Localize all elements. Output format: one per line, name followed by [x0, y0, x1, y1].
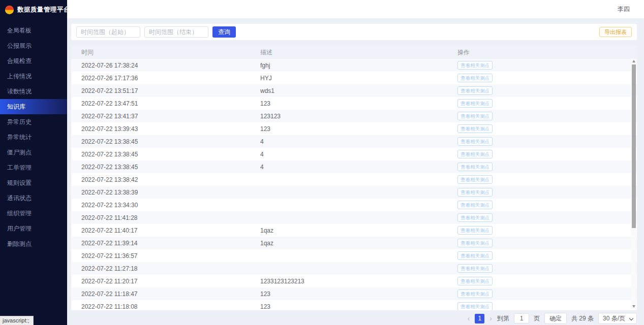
table-row: 2022-07-22 13:38:45 4 查看相关测点 — [71, 135, 637, 148]
cell-description: 123 — [260, 100, 457, 107]
view-related-points-button[interactable]: 查看相关测点 — [457, 226, 493, 235]
table-row: 2022-07-22 11:40:17 1qaz 查看相关测点 — [71, 224, 637, 237]
sidebar-menu-item[interactable]: 全局看板 — [0, 23, 67, 38]
cell-time: 2022-07-22 11:39:14 — [81, 240, 260, 247]
sidebar-menu-item[interactable]: 读数情况 — [0, 84, 67, 99]
user-name[interactable]: 李四 — [618, 5, 630, 14]
sidebar-menu-item[interactable]: 异常统计 — [0, 129, 67, 145]
page-unit-label: 页 — [534, 314, 540, 323]
sidebar-menu-item[interactable]: 组织管理 — [0, 206, 67, 221]
cell-description: HYJ — [260, 75, 457, 82]
cell-time: 2022-07-22 11:18:47 — [81, 290, 260, 298]
sidebar-menu-item-label: 删除测点 — [7, 240, 32, 247]
sidebar-menu-item[interactable]: 上传情况 — [0, 69, 67, 84]
view-related-points-button[interactable]: 查看相关测点 — [457, 86, 493, 95]
cell-time: 2022-07-22 11:41:28 — [81, 214, 260, 221]
view-related-points-button[interactable]: 查看相关测点 — [457, 289, 493, 298]
scroll-up-icon[interactable] — [631, 59, 636, 63]
cell-description: fghj — [260, 62, 457, 69]
view-related-points-button[interactable]: 查看相关测点 — [457, 239, 493, 247]
logo: 数据质量管理平台 — [0, 0, 67, 19]
view-related-points-button[interactable]: 查看相关测点 — [457, 162, 493, 171]
filter-bar: 查询 导出报表 — [71, 24, 637, 40]
main-area: 李四 查询 导出报表 时间 描述 操作 2022-07-26 17:38: — [67, 0, 644, 325]
cell-time: 2022-07-26 17:17:36 — [81, 75, 260, 82]
cell-time: 2022-07-22 13:38:39 — [81, 189, 260, 196]
table-row: 2022-07-22 11:36:57 查看相关测点 — [71, 249, 637, 262]
view-related-points-button[interactable]: 查看相关测点 — [457, 213, 493, 222]
view-related-points-button[interactable]: 查看相关测点 — [457, 74, 493, 82]
table-row: 2022-07-22 11:39:14 1qaz 查看相关测点 — [71, 237, 637, 249]
sidebar-menu-item-label: 上传情况 — [7, 73, 32, 80]
sidebar-menu-item-label: 读数情况 — [7, 88, 32, 95]
sidebar-menu-item[interactable]: 僵尸测点 — [0, 145, 67, 160]
scroll-down-icon[interactable] — [631, 304, 636, 309]
topbar: 李四 — [67, 0, 644, 18]
view-related-points-button[interactable]: 查看相关测点 — [457, 277, 493, 285]
cell-time: 2022-07-22 11:18:08 — [81, 303, 260, 310]
sidebar-menu-item-label: 异常统计 — [7, 134, 32, 141]
sidebar-menu-item-label: 组织管理 — [7, 210, 32, 217]
sidebar-menu-item-label: 全局看板 — [7, 27, 32, 34]
view-related-points-button[interactable]: 查看相关测点 — [457, 264, 493, 273]
view-related-points-button[interactable]: 查看相关测点 — [457, 175, 493, 184]
sidebar-menu-item[interactable]: 知识库 — [0, 99, 67, 114]
view-related-points-button[interactable]: 查看相关测点 — [457, 124, 493, 133]
view-related-points-button[interactable]: 查看相关测点 — [457, 61, 493, 70]
sidebar-menu-item[interactable]: 通讯状态 — [0, 190, 67, 206]
page-size-select[interactable]: 30 条/页 — [598, 313, 637, 324]
sidebar-menu-item-label: 通讯状态 — [7, 194, 32, 202]
table-row: 2022-07-22 11:18:08 123 查看相关测点 — [71, 300, 637, 310]
view-related-points-button[interactable]: 查看相关测点 — [457, 201, 493, 209]
table-row: 2022-07-22 13:47:51 123 查看相关测点 — [71, 97, 637, 110]
sidebar-menu-item[interactable]: 工单管理 — [0, 160, 67, 175]
table-row: 2022-07-26 17:17:36 HYJ 查看相关测点 — [71, 72, 637, 84]
view-related-points-button[interactable]: 查看相关测点 — [457, 137, 493, 146]
cell-description: 4 — [260, 138, 457, 145]
query-button[interactable]: 查询 — [212, 26, 236, 38]
sidebar-menu-item[interactable]: 删除测点 — [0, 236, 67, 251]
view-related-points-button[interactable]: 查看相关测点 — [457, 99, 493, 108]
cell-time: 2022-07-22 13:51:17 — [81, 87, 260, 94]
time-range-end-input[interactable] — [144, 26, 208, 38]
confirm-page-button[interactable]: 确定 — [544, 313, 567, 324]
cell-description: 123 — [260, 303, 457, 310]
cell-description: 123 — [260, 125, 457, 133]
sidebar-menu-item[interactable]: 公报展示 — [0, 38, 67, 53]
sidebar-menu-item-label: 工单管理 — [7, 164, 32, 171]
column-header-description: 描述 — [260, 48, 457, 57]
sidebar-menu-item-label: 知识库 — [7, 103, 25, 110]
prev-page-icon[interactable]: ‹ — [467, 315, 471, 322]
goto-page-input[interactable] — [514, 313, 529, 323]
sidebar-menu-item[interactable]: 用户管理 — [0, 221, 67, 236]
time-range-start-input[interactable] — [76, 26, 140, 38]
table-row: 2022-07-22 13:39:43 123 查看相关测点 — [71, 122, 637, 135]
cell-time: 2022-07-22 13:41:37 — [81, 113, 260, 120]
view-related-points-button[interactable]: 查看相关测点 — [457, 251, 493, 260]
view-related-points-button[interactable]: 查看相关测点 — [457, 112, 493, 120]
page-number-current[interactable]: 1 — [475, 314, 484, 323]
view-related-points-button[interactable]: 查看相关测点 — [457, 302, 493, 310]
sidebar-menu-item[interactable]: 合规检查 — [0, 53, 67, 69]
sidebar-menu-item-label: 合规检查 — [7, 57, 32, 64]
table-row: 2022-07-22 11:18:47 123 查看相关测点 — [71, 287, 637, 300]
table-row: 2022-07-22 13:34:30 查看相关测点 — [71, 199, 637, 211]
table-row: 2022-07-22 13:38:45 4 查看相关测点 — [71, 160, 637, 173]
view-related-points-button[interactable]: 查看相关测点 — [457, 188, 493, 197]
sidebar-menu-item-label: 用户管理 — [7, 225, 32, 232]
table-row: 2022-07-22 13:51:17 wds1 查看相关测点 — [71, 84, 637, 97]
table-scrollbar[interactable] — [631, 59, 636, 309]
cell-description: wds1 — [260, 87, 457, 94]
sidebar-menu-item[interactable]: 异常历史 — [0, 114, 67, 129]
sidebar-menu-item[interactable]: 规则设置 — [0, 175, 67, 190]
cell-time: 2022-07-22 13:38:45 — [81, 151, 260, 158]
next-page-icon[interactable]: › — [489, 315, 493, 322]
scrollbar-thumb[interactable] — [632, 64, 636, 228]
table-row: 2022-07-22 13:38:39 查看相关测点 — [71, 186, 637, 199]
table-header-row: 时间 描述 操作 — [71, 46, 637, 59]
sidebar: 数据质量管理平台 全局看板 公报展示 合规检查 上传情况 — [0, 0, 67, 325]
view-related-points-button[interactable]: 查看相关测点 — [457, 150, 493, 158]
export-report-button[interactable]: 导出报表 — [599, 27, 632, 37]
table-row: 2022-07-26 17:38:24 fghj 查看相关测点 — [71, 59, 637, 72]
sidebar-menu-item-label: 公报展示 — [7, 42, 32, 49]
